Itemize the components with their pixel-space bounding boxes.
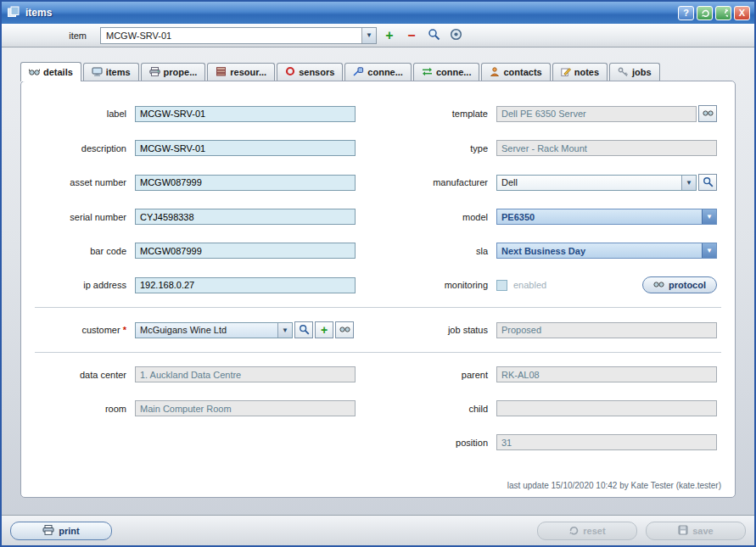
model-field-label: model <box>362 212 490 222</box>
eye-glasses-icon <box>703 109 714 119</box>
tab-jobs[interactable]: jobs <box>609 63 660 81</box>
divider <box>35 307 721 308</box>
tab-label: conne... <box>436 67 472 77</box>
eye-glasses-icon <box>339 325 350 335</box>
job-status-field <box>496 322 717 338</box>
add-item-button[interactable]: + <box>380 27 399 44</box>
reset-icon <box>568 525 579 537</box>
history-button[interactable] <box>446 27 465 44</box>
ip-address-field-label: ip address <box>33 280 128 290</box>
tab-label: details <box>43 67 73 77</box>
item-selector-combo[interactable]: MCGW-SRV-01 ▼ <box>100 27 377 44</box>
label-input[interactable] <box>135 106 356 122</box>
tab-label: sensors <box>299 67 334 77</box>
search-manufacturer-button[interactable] <box>698 174 717 191</box>
search-icon <box>703 176 714 189</box>
connector-icon <box>353 67 364 78</box>
reload-button[interactable] <box>715 6 731 20</box>
manufacturer-value: Dell <box>497 177 681 187</box>
protocol-button[interactable]: protocol <box>642 276 717 293</box>
template-field <box>496 106 697 122</box>
monitor-icon <box>92 67 103 78</box>
search-customer-button[interactable] <box>294 321 313 338</box>
tab-items[interactable]: items <box>83 63 139 81</box>
tab-connections-2[interactable]: conne... <box>413 63 480 81</box>
print-button-label: print <box>59 526 79 536</box>
chevron-down-icon[interactable]: ▼ <box>681 176 696 190</box>
chevron-down-icon[interactable]: ▼ <box>702 209 716 224</box>
tab-connections-1[interactable]: conne... <box>344 63 412 81</box>
tab-label: conne... <box>367 67 403 77</box>
person-icon <box>490 67 500 78</box>
item-selector-label: item <box>8 31 100 41</box>
model-combo[interactable]: PE6350 ▼ <box>496 209 717 225</box>
view-template-button[interactable] <box>698 105 717 122</box>
tab-details[interactable]: details <box>20 62 81 81</box>
sensor-icon <box>285 66 295 78</box>
protocol-button-label: protocol <box>669 280 706 290</box>
items-app-icon <box>7 6 20 20</box>
details-panel: label template description type asset nu… <box>20 81 736 498</box>
add-customer-button[interactable]: + <box>315 321 333 338</box>
reset-button[interactable]: reset <box>537 522 637 540</box>
print-button[interactable]: print <box>10 522 112 540</box>
save-disk-icon <box>678 525 688 537</box>
tab-properties[interactable]: prope... <box>141 63 206 81</box>
position-field-label: position <box>362 438 490 448</box>
window-controls: ? X <box>678 6 750 20</box>
ip-address-input[interactable] <box>135 277 356 293</box>
sla-value: Next Business Day <box>497 246 702 256</box>
tab-label: prope... <box>164 67 198 77</box>
remove-item-button[interactable]: − <box>402 27 421 44</box>
section-location: data center parent room child position <box>33 366 723 450</box>
content-area: details items prope... resour... sensors… <box>2 47 754 515</box>
room-field-label: room <box>33 404 128 414</box>
bottom-bar: print reset save <box>2 515 754 545</box>
asset-number-input[interactable] <box>135 175 356 191</box>
keys-icon <box>618 67 629 78</box>
child-field-label: child <box>362 404 490 414</box>
label-field-label: label <box>33 109 128 119</box>
view-customer-button[interactable] <box>335 321 354 338</box>
tab-resources[interactable]: resour... <box>207 63 275 81</box>
last-update-text: last update 15/10/2020 10:42 by Kate Tes… <box>507 481 721 490</box>
description-input[interactable] <box>135 140 356 156</box>
manufacturer-combo[interactable]: Dell ▼ <box>496 175 697 191</box>
template-field-label: template <box>362 109 490 119</box>
close-button[interactable]: X <box>734 6 750 20</box>
save-button[interactable]: save <box>646 522 746 540</box>
type-field <box>496 140 717 156</box>
model-value: PE6350 <box>497 212 702 222</box>
eye-glasses-icon <box>653 280 664 290</box>
customer-label-text: customer <box>81 325 120 335</box>
chevron-down-icon[interactable]: ▼ <box>702 243 716 258</box>
help-button[interactable]: ? <box>678 6 694 20</box>
tabstrip: details items prope... resour... sensors… <box>20 62 736 81</box>
monitoring-enabled-checkbox[interactable] <box>496 280 507 291</box>
save-button-label: save <box>692 526 713 536</box>
bar-code-input[interactable] <box>135 243 356 259</box>
toolbar: item MCGW-SRV-01 ▼ + − <box>2 24 754 47</box>
sla-combo[interactable]: Next Business Day ▼ <box>496 243 717 259</box>
chevron-down-icon[interactable]: ▼ <box>277 323 292 338</box>
refresh-button[interactable] <box>697 6 713 20</box>
customer-combo[interactable]: McGuigans Wine Ltd ▼ <box>135 322 293 338</box>
chevron-down-icon[interactable]: ▼ <box>361 28 376 43</box>
search-icon <box>299 324 310 337</box>
printer-icon <box>149 67 160 78</box>
printer-icon <box>42 525 54 537</box>
customer-field-label: customer * <box>33 325 128 335</box>
room-field <box>135 400 356 416</box>
search-item-button[interactable] <box>424 27 443 44</box>
tab-contacts[interactable]: contacts <box>481 63 550 81</box>
data-center-field-label: data center <box>33 370 128 380</box>
serial-number-input[interactable] <box>135 209 356 225</box>
search-icon <box>428 28 440 42</box>
type-field-label: type <box>362 143 490 153</box>
tab-notes[interactable]: notes <box>552 63 608 81</box>
tab-label: resour... <box>230 67 266 77</box>
tab-sensors[interactable]: sensors <box>277 63 343 81</box>
transfer-arrows-icon <box>422 67 433 78</box>
pencil-note-icon <box>561 67 571 78</box>
monitoring-field-label: monitoring <box>362 280 490 290</box>
